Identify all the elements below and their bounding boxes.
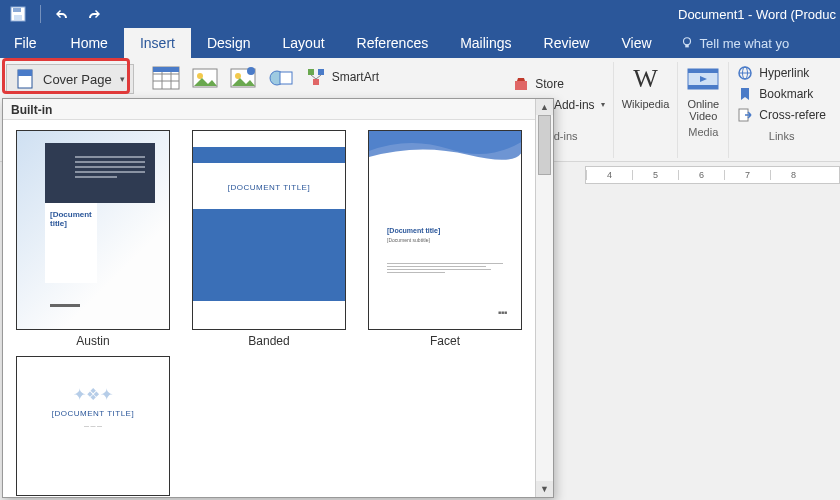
crossref-icon [737,107,753,123]
caret-down-icon: ▾ [120,74,125,84]
thumbnail-austin: [Document title] [16,130,170,330]
tab-review[interactable]: Review [528,28,606,58]
undo-icon[interactable] [55,6,71,22]
smartart-icon [306,67,326,87]
horizontal-ruler: 4 5 6 7 8 [585,166,840,184]
svg-point-3 [683,38,690,45]
svg-rect-19 [280,72,292,84]
store-label: Store [535,77,564,91]
tell-me-label: Tell me what yo [700,36,790,51]
online-pictures-icon[interactable] [230,66,256,90]
tab-design[interactable]: Design [191,28,267,58]
bookmark-icon [737,86,753,102]
cover-page-button[interactable]: Cover Page ▾ [6,64,134,94]
option-label: Banded [248,334,289,348]
tab-mailings[interactable]: Mailings [444,28,527,58]
hyperlink-button[interactable]: Hyperlink [737,64,809,82]
smartart-button[interactable]: SmartArt [306,66,379,88]
bookmark-label: Bookmark [759,87,813,101]
lightbulb-icon [680,36,694,50]
svg-point-14 [197,73,203,79]
option-label: Austin [76,334,109,348]
wikipedia-label: Wikipedia [622,98,670,110]
cover-page-option-4[interactable]: ✦❖✦ [DOCUMENT TITLE] — — — [5,352,181,497]
gallery-section-header: Built-in [3,99,535,120]
svg-rect-1 [13,8,21,12]
tab-view[interactable]: View [605,28,667,58]
tab-file[interactable]: File [0,28,55,58]
group-label-links: Links [769,130,795,142]
scroll-thumb[interactable] [538,115,551,175]
hyperlink-icon [737,65,753,81]
bookmark-button[interactable]: Bookmark [737,85,813,103]
svg-line-24 [316,75,321,79]
ribbon-group-wikipedia: W Wikipedia [614,62,679,158]
gallery-scrollbar[interactable]: ▲ ▼ [535,99,553,497]
cover-page-label: Cover Page [43,72,112,87]
option-label: Facet [430,334,460,348]
svg-rect-12 [153,67,179,72]
cross-reference-button[interactable]: Cross-refere [737,106,826,124]
redo-icon[interactable] [85,6,101,22]
smartart-label: SmartArt [332,70,379,84]
window-title: Document1 - Word (Produc [111,7,840,22]
table-icon[interactable] [152,66,180,90]
ribbon-tabs: File Home Insert Design Layout Reference… [0,28,840,58]
scroll-up-icon[interactable]: ▲ [536,99,553,115]
svg-rect-20 [308,69,314,75]
tab-insert[interactable]: Insert [124,28,191,58]
ribbon-group-media: Online Video Media [678,62,729,158]
cover-page-option-facet[interactable]: [Document title] [Document subtitle] ■■■… [357,126,533,352]
hyperlink-label: Hyperlink [759,66,809,80]
store-icon [513,76,529,92]
svg-line-23 [311,75,316,79]
online-video-button[interactable]: Online Video [686,62,720,122]
svg-rect-25 [515,81,527,90]
group-label-media: Media [688,126,718,138]
cover-page-option-banded[interactable]: [DOCUMENT TITLE] Banded [181,126,357,352]
ornament-icon: ✦❖✦ [73,385,113,404]
shapes-icon[interactable] [268,66,294,90]
video-icon [686,62,720,96]
quick-access-toolbar [0,5,111,23]
qat-separator [40,5,41,23]
svg-rect-2 [14,15,22,20]
svg-point-16 [235,73,241,79]
wikipedia-icon: W [628,62,662,96]
save-icon[interactable] [10,6,26,22]
tab-references[interactable]: References [341,28,445,58]
thumbnail-4: ✦❖✦ [DOCUMENT TITLE] — — — [16,356,170,496]
ribbon-group-links: Hyperlink Bookmark Cross-refere Links [729,62,834,158]
svg-rect-21 [318,69,324,75]
scroll-down-icon[interactable]: ▼ [536,481,553,497]
svg-rect-4 [685,45,689,48]
tab-home[interactable]: Home [55,28,124,58]
wikipedia-button[interactable]: W Wikipedia [622,62,670,110]
pictures-icon[interactable] [192,66,218,90]
svg-rect-29 [688,69,718,73]
svg-point-17 [247,67,255,75]
tell-me-search[interactable]: Tell me what yo [668,28,790,58]
online-video-label: Online Video [687,98,719,122]
tab-layout[interactable]: Layout [267,28,341,58]
crossref-label: Cross-refere [759,108,826,122]
cover-page-option-austin[interactable]: [Document title] Austin [5,126,181,352]
cover-page-gallery: Built-in [Document title] Austin [DOCUM [2,98,554,498]
thumbnail-facet: [Document title] [Document subtitle] ■■■ [368,130,522,330]
svg-rect-22 [313,79,319,85]
scroll-track[interactable] [536,115,553,481]
thumbnail-banded: [DOCUMENT TITLE] [192,130,346,330]
svg-rect-30 [688,85,718,89]
title-bar: Document1 - Word (Produc [0,0,840,28]
page-icon [15,68,37,90]
svg-rect-6 [18,70,32,76]
store-button[interactable]: Store [513,75,604,93]
